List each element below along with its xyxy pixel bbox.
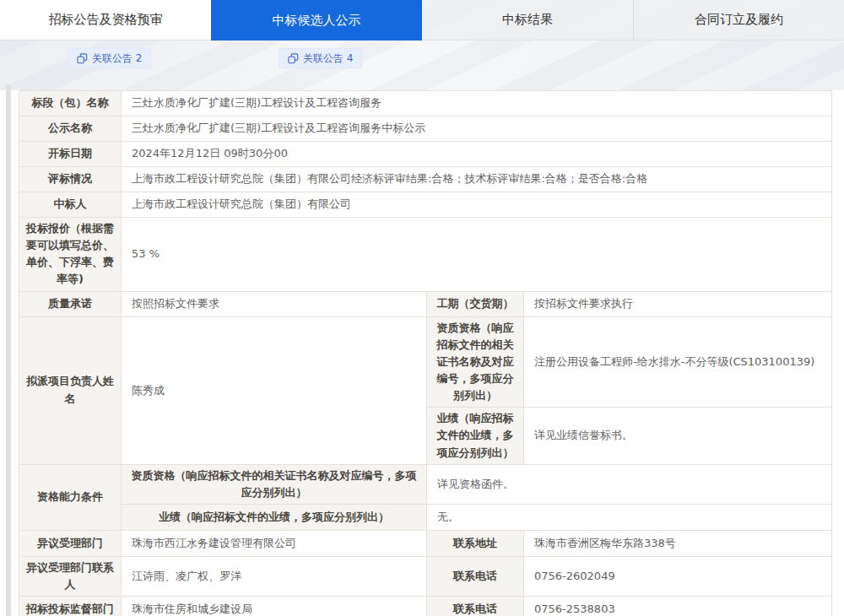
supervision-dept-value: 珠海市住房和城乡建设局 <box>122 597 427 616</box>
objection-dept-label: 异议受理部门 <box>19 530 122 556</box>
stage-tabbar: 招标公告及资格预审 中标候选人公示 中标结果 合同订立及履约 <box>0 0 844 41</box>
row-quality-duration: 质量承诺 按照招标文件要求 工期（交货期） 按招标文件要求执行 <box>19 291 832 316</box>
row-announcement-name: 公示名称 三灶水质净化厂扩建(三期)工程设计及工程咨询服务中标公示 <box>19 116 832 142</box>
tab-contract[interactable]: 合同订立及履约 <box>633 0 844 41</box>
left-divider-strip <box>6 84 11 616</box>
objection-dept-value: 珠海市西江水务建设管理有限公司 <box>122 530 427 556</box>
row-bid-opening-date: 开标日期 2024年12月12日 09时30分00 <box>19 142 832 167</box>
contact-address1-value: 珠海市香洲区梅华东路338号 <box>524 530 832 556</box>
leader-performance-label: 业绩（响应招标文件的业绩，多项应分别列出） <box>427 408 524 464</box>
leader-qualification-label: 资质资格（响应招标文件的相关证书名称及对应编号，多项应分别列出） <box>427 316 524 408</box>
capability-qualification-value: 详见资格函件。 <box>427 464 832 504</box>
bid-opening-date-value: 2024年12月12日 09时30分00 <box>122 142 832 167</box>
evaluation-label: 评标情况 <box>19 167 122 192</box>
supervision-dept-label: 招标投标监督部门 <box>19 597 122 616</box>
row-bid-price: 投标报价（根据需要可以填写总价、单价、下浮率、费率等) 53 % <box>19 218 832 292</box>
bid-info-table: 标段（包）名称 三灶水质净化厂扩建(三期)工程设计及工程咨询服务 公示名称 三灶… <box>19 90 832 616</box>
row-capability: 资格能力条件 资质资格（响应招标文件的相关证书名称及对应编号，多项应分别列出） … <box>19 464 832 504</box>
row-capability-performance: 业绩（响应招标文件的业绩，多项应分别列出） 无。 <box>19 504 832 530</box>
contact-address1-label: 联系地址 <box>427 530 524 556</box>
contact-phone1-label: 联系电话 <box>427 556 524 596</box>
leader-qualification-value: 注册公用设备工程师-给水排水-不分等级(CS103100139) <box>524 316 832 408</box>
bid-opening-date-label: 开标日期 <box>19 142 122 167</box>
duration-label: 工期（交货期） <box>427 291 524 316</box>
quality-commitment-value: 按照招标文件要求 <box>122 291 427 316</box>
link-icon <box>288 53 299 64</box>
row-objection-contact: 异议受理部门联系人 江诗雨、凌广权、罗洋 联系电话 0756-2602049 <box>19 556 832 596</box>
contact-phone1-value: 0756-2602049 <box>524 556 832 596</box>
capability-performance-value: 无。 <box>427 504 832 530</box>
row-project-leader: 拟派项目负责人姓名 陈秀成 资质资格（响应招标文件的相关证书名称及对应编号，多项… <box>19 316 832 408</box>
related-button-label: 关联公告 4 <box>303 51 353 66</box>
capability-performance-label: 业绩（响应招标文件的业绩，多项应分别列出） <box>122 504 427 530</box>
contact-phone2-label: 联系电话 <box>427 597 524 616</box>
section-name-value: 三灶水质净化厂扩建(三期)工程设计及工程咨询服务 <box>122 91 832 116</box>
duration-value: 按招标文件要求执行 <box>524 291 832 316</box>
row-winner: 中标人 上海市政工程设计研究总院（集团）有限公司 <box>19 192 832 218</box>
objection-contact-value: 江诗雨、凌广权、罗洋 <box>122 556 427 596</box>
announcement-name-value: 三灶水质净化厂扩建(三期)工程设计及工程咨询服务中标公示 <box>122 116 832 142</box>
capability-label: 资格能力条件 <box>19 464 122 530</box>
row-section-name: 标段（包）名称 三灶水质净化厂扩建(三期)工程设计及工程咨询服务 <box>19 91 832 116</box>
evaluation-value: 上海市政工程设计研究总院（集团）有限公司经济标评审结果:合格；技术标评审结果:合… <box>122 167 832 192</box>
tab-tender-announcement[interactable]: 招标公告及资格预审 <box>0 0 211 41</box>
related-announcement-button-1[interactable]: 关联公告 2 <box>68 48 151 68</box>
row-supervision-dept: 招标投标监督部门 珠海市住房和城乡建设局 联系电话 0756-2538803 <box>19 597 832 616</box>
related-button-label: 关联公告 2 <box>92 51 142 66</box>
project-leader-value: 陈秀成 <box>122 316 427 464</box>
announcement-name-label: 公示名称 <box>19 116 122 142</box>
tab-bid-result[interactable]: 中标结果 <box>422 0 633 41</box>
capability-qualification-label: 资质资格（响应招标文件的相关证书名称及对应编号，多项应分别列出） <box>122 464 427 504</box>
contact-phone2-value: 0756-2538803 <box>524 597 832 616</box>
objection-contact-label: 异议受理部门联系人 <box>19 556 122 596</box>
tab-winning-candidates[interactable]: 中标候选人公示 <box>211 0 422 41</box>
project-leader-label: 拟派项目负责人姓名 <box>19 316 122 464</box>
row-evaluation: 评标情况 上海市政工程设计研究总院（集团）有限公司经济标评审结果:合格；技术标评… <box>19 167 832 192</box>
bid-price-value: 53 % <box>122 218 832 292</box>
winner-label: 中标人 <box>19 192 122 218</box>
section-name-label: 标段（包）名称 <box>19 91 122 116</box>
winner-value: 上海市政工程设计研究总院（集团）有限公司 <box>122 192 832 218</box>
row-objection-dept: 异议受理部门 珠海市西江水务建设管理有限公司 联系地址 珠海市香洲区梅华东路33… <box>19 530 832 556</box>
quality-commitment-label: 质量承诺 <box>19 291 122 316</box>
bid-price-label: 投标报价（根据需要可以填写总价、单价、下浮率、费率等) <box>19 218 122 292</box>
related-announcement-button-2[interactable]: 关联公告 4 <box>279 48 362 68</box>
leader-performance-value: 详见业绩信誉标书。 <box>524 408 832 464</box>
link-icon <box>77 53 88 64</box>
